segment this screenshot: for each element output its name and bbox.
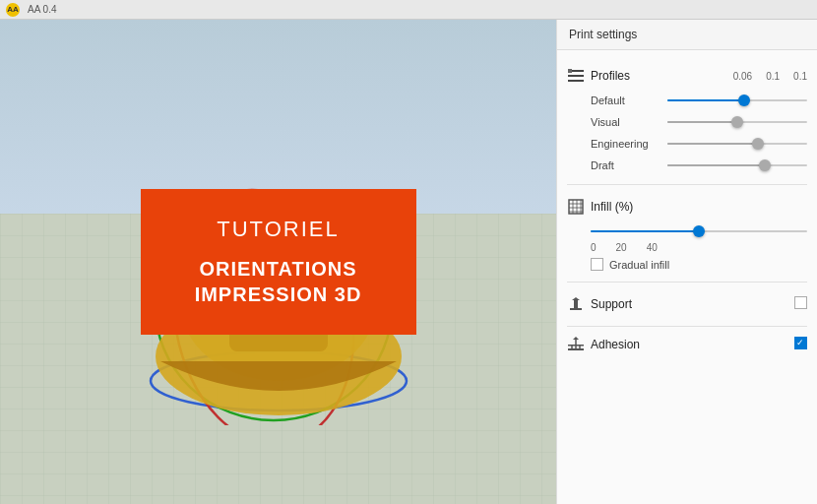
- support-section: Support: [557, 286, 817, 322]
- svg-rect-15: [568, 80, 584, 82]
- profile-row-default: Default: [557, 90, 817, 111]
- adhesion-row: Adhesion: [557, 331, 817, 358]
- svg-rect-25: [574, 300, 578, 308]
- svg-rect-24: [570, 308, 582, 310]
- scale-val-3: 0.1: [793, 71, 807, 82]
- infill-scale: 0 20 40: [557, 242, 817, 255]
- profile-name-visual: Visual: [591, 116, 660, 128]
- profiles-label: Profiles: [591, 69, 660, 83]
- support-icon: [567, 295, 585, 313]
- panel-title: Print settings: [569, 28, 637, 41]
- panel-header: Print settings: [557, 20, 817, 50]
- profile-slider-draft[interactable]: [667, 158, 807, 173]
- scale-val-2: 0.1: [766, 71, 780, 82]
- svg-rect-8: [239, 297, 261, 319]
- profile-name-draft: Draft: [591, 159, 660, 171]
- profile-slider-engineering[interactable]: [667, 136, 807, 152]
- svg-point-12: [227, 264, 330, 287]
- svg-marker-26: [572, 297, 580, 300]
- profile-slider-default[interactable]: [667, 93, 807, 108]
- nozzle-label: AA 0.4: [24, 4, 60, 15]
- infill-label: Infill (%): [591, 200, 660, 214]
- viewport[interactable]: TUTORIEL ORIENTATIONS IMPRESSION 3D: [0, 20, 556, 504]
- profiles-scale: 0.06 0.1 0.1: [733, 71, 807, 82]
- svg-point-11: [264, 222, 291, 234]
- divider-1: [567, 184, 807, 185]
- infill-scale-20: 20: [616, 242, 627, 253]
- svg-marker-33: [573, 337, 579, 340]
- profiles-section: Profiles 0.06 0.1 0.1 Default: [557, 58, 817, 180]
- infill-scale-40: 40: [647, 242, 658, 253]
- profile-name-default: Default: [591, 94, 660, 106]
- profile-name-engineering: Engineering: [591, 138, 660, 150]
- main-area: TUTORIEL ORIENTATIONS IMPRESSION 3D Prin…: [0, 20, 817, 504]
- infill-row: Infill (%): [557, 193, 817, 220]
- infill-slider[interactable]: [591, 222, 807, 240]
- gradual-row: Gradual infill: [557, 255, 817, 274]
- divider-3: [567, 326, 807, 327]
- infill-section: Infill (%) 0 20 40 Gradual infi: [557, 189, 817, 278]
- support-checkbox[interactable]: [794, 296, 807, 309]
- profile-row-draft: Draft: [557, 155, 817, 176]
- profile-row-engineering: Engineering: [557, 133, 817, 155]
- adhesion-checkbox[interactable]: [794, 337, 807, 349]
- svg-rect-27: [568, 348, 584, 350]
- panel-content[interactable]: Profiles 0.06 0.1 0.1 Default: [557, 50, 817, 504]
- infill-scale-0: 0: [591, 242, 597, 253]
- toolbar-strip: AA AA 0.4: [0, 0, 817, 20]
- support-row: Support: [557, 290, 817, 318]
- adhesion-label: Adhesion: [591, 338, 660, 351]
- right-panel: Print settings Profiles: [556, 20, 817, 504]
- profile-row-visual: Visual: [557, 111, 817, 133]
- nozzle-badge: AA: [6, 3, 20, 17]
- svg-rect-9: [293, 297, 315, 319]
- scale-val-1: 0.06: [733, 71, 752, 82]
- 3d-model: [141, 130, 416, 425]
- support-label: Support: [591, 297, 660, 311]
- profiles-icon: [567, 67, 585, 85]
- svg-rect-16: [568, 69, 572, 73]
- adhesion-icon: [567, 336, 585, 353]
- profiles-header: Profiles 0.06 0.1 0.1: [557, 62, 817, 90]
- infill-icon: [567, 198, 585, 216]
- adhesion-section: Adhesion: [557, 331, 817, 358]
- divider-2: [567, 282, 807, 283]
- profile-slider-visual[interactable]: [667, 114, 807, 130]
- infill-slider-area: [557, 220, 817, 242]
- gradual-label: Gradual infill: [609, 259, 669, 271]
- gradual-checkbox[interactable]: [591, 258, 603, 271]
- svg-rect-14: [568, 75, 584, 77]
